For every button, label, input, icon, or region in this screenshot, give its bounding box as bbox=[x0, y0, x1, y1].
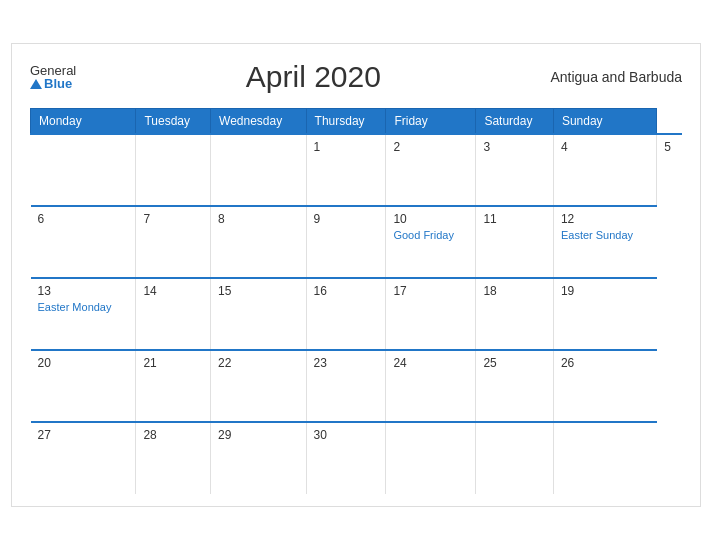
holiday-label: Easter Sunday bbox=[561, 228, 650, 242]
day-number: 5 bbox=[664, 140, 675, 154]
calendar-day-cell bbox=[553, 422, 656, 494]
calendar-day-cell: 11 bbox=[476, 206, 554, 278]
day-number: 29 bbox=[218, 428, 299, 442]
calendar-day-cell: 8 bbox=[211, 206, 307, 278]
calendar-day-cell: 14 bbox=[136, 278, 211, 350]
calendar-day-cell: 18 bbox=[476, 278, 554, 350]
calendar-day-cell: 2 bbox=[386, 134, 476, 206]
calendar-day-cell: 17 bbox=[386, 278, 476, 350]
weekday-header-row: Monday Tuesday Wednesday Thursday Friday… bbox=[31, 109, 683, 135]
calendar-header: General Blue April 2020 Antigua and Barb… bbox=[30, 60, 682, 94]
logo: General Blue bbox=[30, 64, 76, 90]
calendar-day-cell: 6 bbox=[31, 206, 136, 278]
calendar-day-cell: 7 bbox=[136, 206, 211, 278]
header-tuesday: Tuesday bbox=[136, 109, 211, 135]
calendar-grid: Monday Tuesday Wednesday Thursday Friday… bbox=[30, 108, 682, 494]
calendar-week-row: 678910Good Friday1112Easter Sunday bbox=[31, 206, 683, 278]
calendar-day-cell: 4 bbox=[553, 134, 656, 206]
day-number: 28 bbox=[143, 428, 203, 442]
calendar-day-cell bbox=[386, 422, 476, 494]
day-number: 21 bbox=[143, 356, 203, 370]
day-number: 27 bbox=[38, 428, 129, 442]
day-number: 17 bbox=[393, 284, 468, 298]
day-number: 9 bbox=[314, 212, 379, 226]
header-sunday: Sunday bbox=[553, 109, 656, 135]
day-number: 12 bbox=[561, 212, 650, 226]
calendar-day-cell: 16 bbox=[306, 278, 386, 350]
calendar-week-row: 13Easter Monday141516171819 bbox=[31, 278, 683, 350]
calendar-day-cell: 3 bbox=[476, 134, 554, 206]
calendar-day-cell: 19 bbox=[553, 278, 656, 350]
calendar-day-cell bbox=[31, 134, 136, 206]
day-number: 3 bbox=[483, 140, 546, 154]
day-number: 2 bbox=[393, 140, 468, 154]
calendar-day-cell: 24 bbox=[386, 350, 476, 422]
calendar-day-cell: 20 bbox=[31, 350, 136, 422]
calendar-day-cell: 1 bbox=[306, 134, 386, 206]
calendar-day-cell: 13Easter Monday bbox=[31, 278, 136, 350]
calendar-week-row: 27282930 bbox=[31, 422, 683, 494]
day-number: 23 bbox=[314, 356, 379, 370]
month-title: April 2020 bbox=[76, 60, 550, 94]
calendar-day-cell: 23 bbox=[306, 350, 386, 422]
calendar-day-cell: 10Good Friday bbox=[386, 206, 476, 278]
calendar-day-cell: 26 bbox=[553, 350, 656, 422]
day-number: 15 bbox=[218, 284, 299, 298]
calendar-day-cell: 12Easter Sunday bbox=[553, 206, 656, 278]
day-number: 10 bbox=[393, 212, 468, 226]
country-name: Antigua and Barbuda bbox=[550, 69, 682, 85]
day-number: 25 bbox=[483, 356, 546, 370]
calendar-day-cell: 29 bbox=[211, 422, 307, 494]
calendar-week-row: 20212223242526 bbox=[31, 350, 683, 422]
day-number: 22 bbox=[218, 356, 299, 370]
calendar-week-row: 12345 bbox=[31, 134, 683, 206]
holiday-label: Easter Monday bbox=[38, 300, 129, 314]
header-friday: Friday bbox=[386, 109, 476, 135]
calendar-day-cell: 21 bbox=[136, 350, 211, 422]
day-number: 11 bbox=[483, 212, 546, 226]
logo-blue-text: Blue bbox=[30, 77, 76, 90]
calendar-day-cell: 27 bbox=[31, 422, 136, 494]
calendar-container: General Blue April 2020 Antigua and Barb… bbox=[11, 43, 701, 507]
day-number: 26 bbox=[561, 356, 650, 370]
day-number: 4 bbox=[561, 140, 649, 154]
day-number: 16 bbox=[314, 284, 379, 298]
day-number: 14 bbox=[143, 284, 203, 298]
calendar-day-cell: 9 bbox=[306, 206, 386, 278]
day-number: 8 bbox=[218, 212, 299, 226]
header-wednesday: Wednesday bbox=[211, 109, 307, 135]
holiday-label: Good Friday bbox=[393, 228, 468, 242]
logo-triangle-icon bbox=[30, 79, 42, 89]
header-thursday: Thursday bbox=[306, 109, 386, 135]
header-monday: Monday bbox=[31, 109, 136, 135]
day-number: 18 bbox=[483, 284, 546, 298]
calendar-day-cell: 25 bbox=[476, 350, 554, 422]
calendar-day-cell: 15 bbox=[211, 278, 307, 350]
header-saturday: Saturday bbox=[476, 109, 554, 135]
day-number: 1 bbox=[314, 140, 379, 154]
calendar-day-cell bbox=[211, 134, 307, 206]
day-number: 30 bbox=[314, 428, 379, 442]
calendar-day-cell: 5 bbox=[657, 134, 682, 206]
day-number: 7 bbox=[143, 212, 203, 226]
day-number: 13 bbox=[38, 284, 129, 298]
day-number: 20 bbox=[38, 356, 129, 370]
calendar-day-cell: 28 bbox=[136, 422, 211, 494]
calendar-day-cell: 30 bbox=[306, 422, 386, 494]
calendar-day-cell bbox=[476, 422, 554, 494]
day-number: 19 bbox=[561, 284, 650, 298]
calendar-day-cell: 22 bbox=[211, 350, 307, 422]
day-number: 6 bbox=[38, 212, 129, 226]
day-number: 24 bbox=[393, 356, 468, 370]
calendar-day-cell bbox=[136, 134, 211, 206]
